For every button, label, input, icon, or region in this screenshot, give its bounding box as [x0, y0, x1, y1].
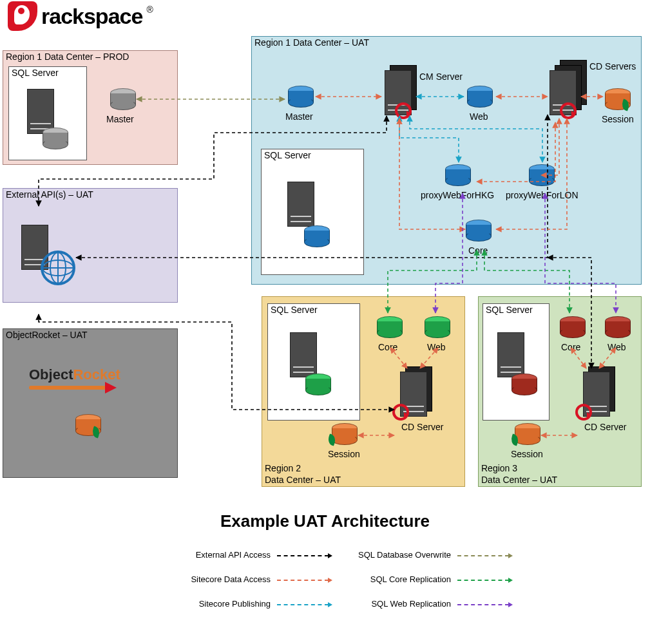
- db-core-uat2-label: Core: [378, 342, 397, 352]
- globe-icon: [41, 251, 75, 285]
- db-master-uat: [288, 86, 314, 108]
- db-core-uat3: [560, 316, 586, 338]
- db-core-uat1-label: Core: [468, 245, 488, 256]
- database-icon: [43, 128, 68, 149]
- region-uat3: SQL Server Core Web CD Server Session Re…: [478, 296, 642, 487]
- db-web-uat3-label: Web: [607, 342, 626, 352]
- region-prod-title: Region 1 Data Center – PROD: [6, 52, 129, 62]
- database-icon: [511, 374, 537, 395]
- db-core-uat1: [466, 220, 492, 242]
- region-ext-apis: External API(s) – UAT: [3, 188, 178, 303]
- region-uat1: Region 1 Data Center – UAT Master CM Ser…: [251, 36, 642, 285]
- sql-label: SQL Server: [271, 305, 318, 315]
- sql-box-uat3: SQL Server: [483, 303, 550, 421]
- sql-box-prod: SQL Server: [8, 66, 87, 160]
- database-icon: [304, 225, 330, 247]
- legend-sql-core-rep: SQL Core Replication: [271, 574, 451, 584]
- server-icon: [497, 332, 524, 377]
- brand-text: rackspace: [41, 4, 142, 29]
- db-session-uat3: [515, 423, 540, 445]
- region-orock-title: ObjectRocket – UAT: [6, 330, 88, 340]
- cm-server-label: CM Server: [419, 71, 463, 82]
- db-session-uat2-label: Session: [328, 449, 360, 459]
- db-master-prod: [110, 88, 136, 110]
- sql-label: SQL Server: [486, 305, 533, 315]
- db-proxy-lon-label: proxyWebForLON: [506, 190, 578, 200]
- sitecore-ring-icon: [560, 102, 577, 119]
- db-web-uat-label: Web: [470, 111, 488, 122]
- objectrocket-logo: ObjectRocket: [29, 366, 120, 383]
- db-web-uat2: [425, 316, 450, 338]
- legend-sql-web-rep: SQL Web Replication: [271, 599, 451, 609]
- sql-label: SQL Server: [12, 68, 59, 78]
- sql-label: SQL Server: [264, 150, 311, 160]
- region-ext-title: External API(s) – UAT: [6, 189, 93, 200]
- region-uat2: SQL Server Core Web CD Server Session Re…: [262, 296, 465, 487]
- region-uat1-title: Region 1 Data Center – UAT: [254, 37, 369, 48]
- cd-server-label: CD Server: [401, 422, 443, 432]
- db-master-prod-label: Master: [106, 114, 134, 124]
- db-session-uat2: [332, 423, 358, 445]
- server-icon: [290, 332, 317, 377]
- legend-sitecore-pub: Sitecore Publishing: [90, 599, 271, 609]
- legend-sitecore-data: Sitecore Data Access: [90, 574, 271, 584]
- db-web-uat: [467, 86, 493, 108]
- region-objectrocket: ObjectRocket – UAT ObjectRocket: [3, 328, 178, 478]
- region-uat2-title-a: Region 2: [265, 463, 301, 473]
- db-core-uat3-label: Core: [561, 342, 580, 352]
- cd-server-label: CD Server: [584, 422, 626, 432]
- db-proxy-hkg: [445, 164, 471, 186]
- sitecore-ring-icon: [392, 404, 409, 421]
- region-uat3-title-a: Region 3: [481, 463, 517, 473]
- db-web-uat2-label: Web: [427, 342, 446, 352]
- cd-servers-label: CD Servers: [589, 61, 636, 71]
- legend-ext-api: External API Access: [90, 550, 271, 560]
- server-icon: [287, 182, 314, 227]
- diagram-title: Example UAT Architecture: [0, 511, 650, 531]
- db-proxy-lon: [529, 164, 555, 186]
- region-prod: Region 1 Data Center – PROD SQL Server M…: [3, 50, 178, 165]
- db-session-uat1-label: Session: [602, 114, 634, 124]
- sql-box-uat2: SQL Server: [267, 303, 360, 421]
- region-uat3-title-b: Data Center – UAT: [481, 475, 557, 485]
- db-session-uat3-label: Session: [511, 449, 543, 459]
- rackspace-logo: rackspace ®: [8, 1, 153, 31]
- sitecore-ring-icon: [395, 102, 412, 119]
- db-proxy-hkg-label: proxyWebForHKG: [421, 190, 494, 200]
- database-icon: [305, 374, 331, 395]
- db-web-uat3: [605, 316, 631, 338]
- legend-sql-overwrite: SQL Database Overwrite: [271, 550, 451, 560]
- region-uat2-title-b: Data Center – UAT: [265, 475, 341, 485]
- db-master-uat-label: Master: [285, 111, 313, 122]
- db-core-uat2: [377, 316, 403, 338]
- sql-box-uat1: SQL Server: [261, 149, 364, 275]
- sitecore-ring-icon: [575, 404, 592, 421]
